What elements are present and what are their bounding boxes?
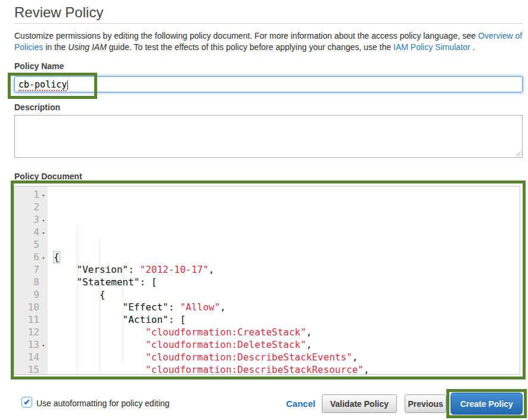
indent-guide [123, 263, 123, 363]
fold-toggle-icon[interactable]: ▾ [39, 189, 48, 202]
indent-guide [77, 226, 77, 374]
policy-name-input[interactable]: cb-policy [14, 76, 523, 92]
checkmark-icon: ✔ [23, 397, 30, 407]
fold-toggle-icon[interactable]: ▾ [39, 214, 48, 227]
iam-policy-simulator-link[interactable]: IAM Policy Simulator [393, 42, 470, 52]
autoformat-label: Use autoformatting for policy editing [36, 399, 169, 408]
intro-paragraph: Customize permissions by editing the fol… [14, 30, 524, 53]
resize-grip-icon[interactable] [515, 150, 521, 157]
policy-document-label: Policy Document [14, 172, 82, 181]
validate-policy-button[interactable]: Validate Policy [322, 394, 397, 413]
guide-name: Using IAM [68, 42, 107, 52]
code-line: "Effect": "Allow", [54, 301, 520, 313]
indent-guide [100, 238, 100, 374]
description-textarea[interactable] [14, 115, 523, 158]
title-divider [14, 23, 523, 24]
page-title: Review Policy [14, 4, 103, 21]
autoformat-checkbox[interactable]: ✔ [21, 397, 32, 407]
intro-text-1: Customize permissions by editing the fol… [14, 31, 478, 41]
review-policy-page: Review Policy Customize permissions by e… [0, 0, 528, 420]
text-caret [67, 80, 68, 90]
code-line: { [54, 288, 520, 301]
intro-text-4: . [470, 42, 475, 52]
code-line: "Action": [ [54, 313, 520, 326]
code-line: "cloudformation:DeleteStack", [54, 338, 520, 351]
fold-toggle-icon[interactable]: ▾ [39, 340, 48, 352]
code-line: "cloudformation:DescribeStackResource", [54, 363, 520, 374]
fold-toggle-icon[interactable]: ▾ [39, 227, 48, 239]
code-line: "cloudformation:CreateStack", [54, 326, 520, 338]
editor-gutter[interactable]: 1▾23▾4▾56▾78910111213▾1415 [14, 186, 48, 374]
policy-name-label: Policy Name [14, 61, 64, 71]
code-line: { [54, 251, 520, 263]
fold-toggle-icon[interactable]: ▾ [39, 252, 48, 265]
intro-text-2: in the [43, 42, 68, 52]
create-policy-button[interactable]: Create Policy [451, 393, 523, 415]
cancel-link[interactable]: Cancel [286, 399, 315, 409]
policy-document-editor[interactable]: 1▾23▾4▾56▾78910111213▾1415 { "Version": … [14, 186, 520, 375]
policy-name-value: cb-policy [18, 79, 67, 91]
description-label: Description [14, 102, 60, 112]
editor-code[interactable]: { "Version": "2012-10-17", "Statement": … [48, 186, 520, 374]
code-line: "cloudformation:DescribeStackEvents", [54, 351, 520, 363]
code-line: "Statement": [ [54, 276, 520, 288]
intro-text-3: guide. To test the effects of this polic… [107, 42, 393, 52]
code-line: "Version": "2012-10-17", [54, 263, 520, 276]
previous-button[interactable]: Previous [405, 394, 446, 413]
